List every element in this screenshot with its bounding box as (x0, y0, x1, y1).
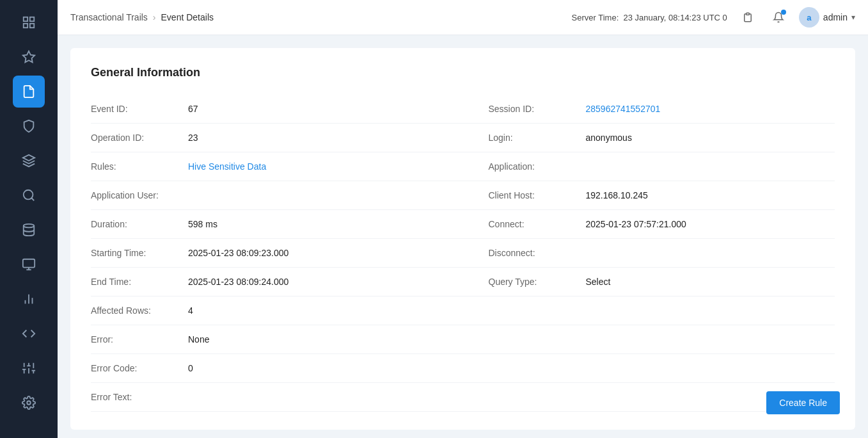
sidebar (0, 0, 58, 438)
connect-cell: Connect: 2025-01-23 07:57:21.000 (463, 210, 835, 239)
notification-icon[interactable] (768, 7, 789, 28)
client-host-cell: Client Host: 192.168.10.245 (463, 181, 835, 210)
sidebar-item-database[interactable] (13, 214, 45, 246)
clipboard-icon[interactable] (738, 7, 758, 28)
svg-point-8 (24, 224, 35, 228)
rules-label: Rules: (91, 161, 180, 172)
disconnect-label: Disconnect: (489, 248, 578, 258)
breadcrumb-separator: › (153, 12, 156, 22)
rules-value[interactable]: Hive Sensitive Data (188, 161, 266, 172)
error-text-label: Error Text: (91, 392, 180, 402)
end-time-cell: End Time: 2025-01-23 08:09:24.000 (91, 268, 463, 296)
notification-dot (781, 10, 786, 15)
query-type-label: Query Type: (489, 277, 578, 287)
affected-rows-label: Affected Rows: (91, 305, 180, 316)
sidebar-item-chart[interactable] (13, 283, 45, 315)
starting-time-cell: Starting Time: 2025-01-23 08:09:23.000 (91, 239, 463, 268)
info-grid: Event ID: 67 Session ID: 285962741552701… (91, 95, 835, 412)
svg-rect-25 (746, 13, 750, 15)
operation-id-value: 23 (188, 133, 198, 143)
login-label: Login: (489, 133, 578, 143)
svg-rect-1 (30, 17, 34, 21)
query-type-cell: Query Type: Select (463, 268, 835, 296)
starting-time-value: 2025-01-23 08:09:23.000 (188, 248, 288, 258)
query-type-value: Select (586, 277, 611, 287)
rules-cell: Rules: Hive Sensitive Data (91, 152, 463, 181)
header: Transactional Trails › Event Details Ser… (58, 0, 868, 35)
event-id-label: Event ID: (91, 104, 180, 114)
sidebar-item-monitor[interactable] (13, 248, 45, 280)
create-rule-button[interactable]: Create Rule (766, 391, 840, 414)
event-id-value: 67 (188, 104, 198, 114)
login-cell: Login: anonymous (463, 124, 835, 152)
sidebar-item-layers[interactable] (13, 145, 45, 177)
svg-rect-3 (30, 24, 34, 28)
sidebar-item-favorites[interactable] (13, 41, 45, 73)
error-cell: Error: None (91, 325, 463, 354)
server-time-label: Server Time: (572, 13, 619, 22)
svg-marker-5 (23, 155, 35, 161)
error-code-value: 0 (188, 363, 193, 373)
sidebar-item-shield[interactable] (13, 110, 45, 142)
duration-value: 598 ms (188, 219, 217, 229)
error-code-right-spacer (463, 354, 835, 383)
affected-rows-value: 4 (188, 305, 193, 316)
error-code-cell: Error Code: 0 (91, 354, 463, 383)
header-right: Server Time: 23 January, 08:14:23 UTC 0 … (572, 7, 855, 28)
main-area: Transactional Trails › Event Details Ser… (58, 0, 868, 438)
sidebar-item-settings[interactable] (13, 387, 45, 419)
sidebar-item-dashboard[interactable] (13, 6, 45, 38)
duration-cell: Duration: 598 ms (91, 210, 463, 239)
section-title: General Information (91, 66, 835, 79)
svg-point-6 (24, 190, 33, 200)
error-label: Error: (91, 334, 180, 345)
server-time-value: 23 January, 08:14:23 UTC 0 (624, 13, 727, 22)
end-time-value: 2025-01-23 08:09:24.000 (188, 277, 288, 287)
sidebar-item-search[interactable] (13, 179, 45, 211)
connect-value: 2025-01-23 07:57:21.000 (586, 219, 686, 229)
session-id-cell: Session ID: 285962741552701 (463, 95, 835, 124)
duration-label: Duration: (91, 219, 180, 229)
affected-rows-cell: Affected Rows: 4 (91, 296, 463, 325)
general-info-card: General Information Event ID: 67 Session… (70, 48, 855, 430)
client-host-label: Client Host: (489, 190, 578, 200)
application-cell: Application: (463, 152, 835, 181)
end-time-label: End Time: (91, 277, 180, 287)
user-menu[interactable]: a admin ▾ (799, 7, 855, 28)
svg-point-24 (27, 401, 31, 405)
svg-rect-0 (24, 17, 28, 21)
avatar: a (799, 7, 819, 28)
svg-rect-9 (23, 259, 35, 268)
starting-time-label: Starting Time: (91, 248, 180, 258)
user-name: admin (823, 12, 848, 22)
svg-marker-4 (23, 51, 35, 62)
error-text-cell: Error Text: (91, 383, 463, 412)
error-code-label: Error Code: (91, 363, 180, 373)
session-id-label: Session ID: (489, 104, 578, 114)
connect-label: Connect: (489, 219, 578, 229)
breadcrumb: Transactional Trails › Event Details (70, 12, 565, 22)
breadcrumb-root[interactable]: Transactional Trails (70, 12, 148, 22)
server-time: Server Time: 23 January, 08:14:23 UTC 0 (572, 13, 727, 22)
application-user-label: Application User: (91, 190, 180, 200)
login-value: anonymous (586, 133, 632, 143)
operation-id-label: Operation ID: (91, 133, 180, 143)
sidebar-item-document[interactable] (13, 76, 45, 108)
content-area: General Information Event ID: 67 Session… (58, 35, 868, 438)
breadcrumb-current: Event Details (161, 12, 214, 22)
sidebar-item-code[interactable] (13, 318, 45, 350)
event-id-cell: Event ID: 67 (91, 95, 463, 124)
application-user-cell: Application User: (91, 181, 463, 210)
session-id-value[interactable]: 285962741552701 (586, 104, 661, 114)
svg-line-7 (31, 198, 34, 200)
application-label: Application: (489, 161, 578, 172)
disconnect-cell: Disconnect: (463, 239, 835, 268)
chevron-down-icon: ▾ (851, 13, 855, 22)
client-host-value: 192.168.10.245 (586, 190, 648, 200)
affected-rows-right-spacer (463, 296, 835, 325)
svg-rect-2 (24, 24, 28, 28)
error-right-spacer (463, 325, 835, 354)
error-value: None (188, 334, 209, 345)
sidebar-item-sliders[interactable] (13, 352, 45, 384)
operation-id-cell: Operation ID: 23 (91, 124, 463, 152)
